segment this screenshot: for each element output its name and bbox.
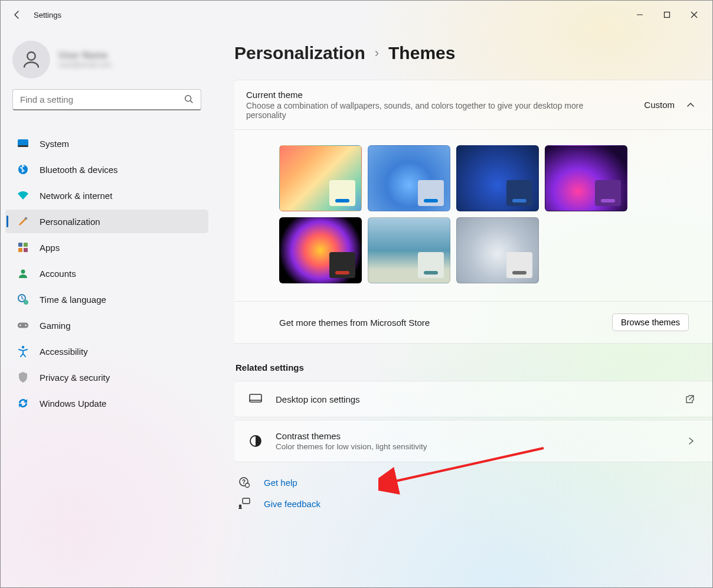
browse-themes-button[interactable]: Browse themes: [612, 313, 689, 331]
give-feedback-link[interactable]: Give feedback: [238, 498, 712, 509]
person-icon: [21, 49, 42, 70]
paintbrush-icon: [17, 215, 29, 227]
chevron-right-icon: [688, 437, 695, 445]
nav-label: Accessibility: [40, 347, 88, 357]
nav-list: System Bluetooth & devices Network & int…: [5, 132, 208, 415]
system-icon: [17, 138, 29, 149]
breadcrumb-parent[interactable]: Personalization: [234, 43, 365, 63]
nav-label: System: [40, 139, 69, 149]
setting-desktop-icons[interactable]: Desktop icon settings: [234, 381, 712, 417]
window-close-button[interactable]: [681, 5, 708, 24]
maximize-icon: [663, 11, 671, 18]
nav-item-time-language[interactable]: Time & language: [5, 288, 208, 311]
store-label: Get more themes from Microsoft Store: [279, 318, 612, 328]
window-minimize-button[interactable]: [626, 5, 653, 24]
nav-item-system[interactable]: System: [5, 132, 208, 155]
svg-rect-26: [243, 498, 250, 504]
accounts-icon: [17, 267, 29, 279]
sidebar: User Name user@email.com System Bluetoot…: [1, 29, 213, 588]
window-maximize-button[interactable]: [653, 5, 681, 24]
svg-text:?: ?: [242, 479, 246, 485]
user-email: user@email.com: [58, 61, 112, 69]
help-icon: ?: [238, 476, 251, 488]
gaming-icon: [17, 319, 29, 331]
feedback-icon: [238, 498, 251, 509]
svg-point-25: [246, 484, 250, 488]
search-input[interactable]: [12, 89, 201, 110]
setting-title: Desktop icon settings: [276, 394, 672, 404]
avatar: [12, 41, 50, 79]
nav-label: Bluetooth & devices: [40, 165, 118, 175]
related-settings-title: Related settings: [236, 362, 712, 373]
theme-tile[interactable]: [279, 145, 362, 211]
update-icon: [17, 397, 29, 409]
nav-item-personalization[interactable]: Personalization: [5, 210, 208, 233]
chevron-right-icon: ›: [375, 45, 379, 61]
feedback-label: Give feedback: [264, 499, 320, 509]
svg-rect-9: [18, 243, 22, 247]
accessibility-icon: [17, 345, 29, 357]
shield-icon: [17, 371, 29, 383]
user-info: User Name user@email.com: [58, 50, 112, 69]
wifi-icon: [17, 190, 29, 201]
theme-tile[interactable]: [545, 145, 627, 211]
svg-rect-11: [18, 248, 22, 252]
svg-point-19: [22, 346, 24, 348]
breadcrumb: Personalization › Themes: [234, 43, 712, 63]
theme-tile[interactable]: [456, 217, 539, 283]
svg-rect-6: [18, 145, 28, 147]
theme-tile[interactable]: [456, 145, 539, 211]
window-controls: [626, 5, 708, 24]
svg-rect-12: [24, 248, 28, 252]
svg-rect-16: [18, 322, 28, 328]
nav-item-accessibility[interactable]: Accessibility: [5, 339, 208, 363]
chevron-up-icon: [686, 101, 695, 109]
svg-rect-20: [250, 394, 261, 402]
nav-label: Privacy & security: [40, 373, 110, 383]
theme-tile[interactable]: [279, 217, 362, 283]
content-area: Personalization › Themes Current theme C…: [213, 29, 712, 588]
store-row: Get more themes from Microsoft Store Bro…: [234, 301, 712, 343]
nav-item-network[interactable]: Network & internet: [5, 184, 208, 207]
contrast-icon: [248, 434, 263, 448]
apps-icon: [17, 241, 29, 253]
bluetooth-icon: [17, 164, 29, 175]
nav-item-gaming[interactable]: Gaming: [5, 313, 208, 337]
nav-item-apps[interactable]: Apps: [5, 236, 208, 259]
svg-rect-1: [665, 12, 670, 18]
svg-line-4: [191, 101, 193, 103]
help-label: Get help: [264, 478, 297, 488]
search-icon: [184, 94, 194, 104]
title-bar: Settings: [1, 1, 712, 29]
close-icon: [691, 11, 698, 18]
theme-tile[interactable]: [368, 217, 450, 283]
minimize-icon: [636, 11, 643, 18]
svg-point-13: [21, 270, 25, 274]
current-theme-header[interactable]: Current theme Choose a combination of wa…: [234, 80, 712, 129]
current-theme-title: Current theme: [246, 90, 632, 100]
desktop-icon: [248, 392, 263, 406]
nav-label: Personalization: [40, 217, 100, 227]
nav-label: Network & internet: [40, 191, 112, 201]
svg-point-18: [25, 325, 26, 326]
setting-contrast-themes[interactable]: Contrast themes Color themes for low vis…: [234, 420, 712, 462]
get-help-link[interactable]: ? Get help: [238, 476, 712, 488]
user-card[interactable]: User Name user@email.com: [5, 35, 208, 89]
svg-point-17: [19, 325, 21, 326]
nav-label: Gaming: [40, 321, 71, 331]
back-button[interactable]: [5, 3, 29, 27]
svg-point-3: [185, 96, 191, 102]
theme-tile[interactable]: [368, 145, 450, 211]
nav-item-windows-update[interactable]: Windows Update: [5, 391, 208, 415]
nav-item-accounts[interactable]: Accounts: [5, 262, 208, 285]
nav-label: Windows Update: [40, 398, 106, 409]
arrow-left-icon: [12, 10, 22, 19]
user-name: User Name: [58, 50, 112, 61]
svg-point-15: [24, 300, 28, 305]
nav-label: Time & language: [40, 295, 106, 305]
nav-label: Accounts: [40, 269, 76, 279]
theme-grid: [234, 129, 712, 301]
nav-item-privacy[interactable]: Privacy & security: [5, 365, 208, 389]
nav-item-bluetooth[interactable]: Bluetooth & devices: [5, 158, 208, 181]
setting-title: Contrast themes: [276, 431, 675, 441]
